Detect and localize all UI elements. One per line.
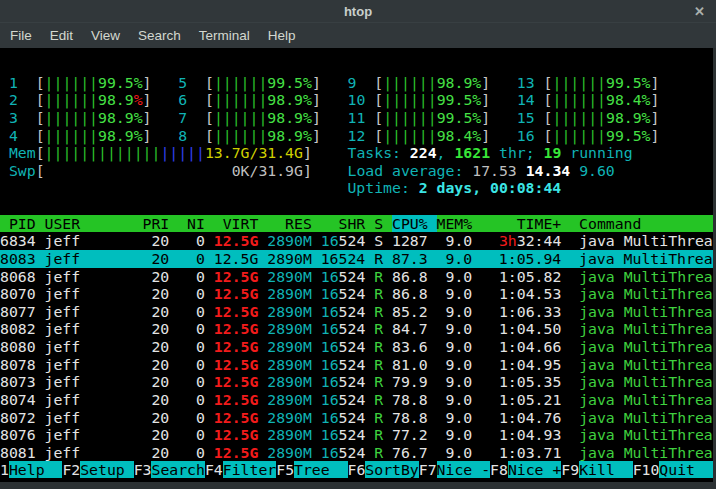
fkey-f7-key[interactable]: F7 [419,461,437,478]
fkey-f10-key[interactable]: F10 [633,461,660,478]
fkey-kill-button[interactable]: Kill [579,461,632,478]
process-row-8080[interactable]: 8080 jeff 20 0 12.5G 2890M 16524 R 83.6 … [0,338,716,356]
menu-item-file[interactable]: File [1,23,41,49]
text-run: R [374,426,383,443]
fkey-f5-key[interactable]: F5 [276,461,294,478]
process-row-8070[interactable]: 8070 jeff 20 0 12.5G 2890M 16524 R 86.8 … [0,285,716,303]
text-run: Uptime: [347,179,418,196]
text-run: Load average: [348,162,473,179]
fkey-help-button[interactable]: Help [9,461,62,478]
window-title: htop [344,4,372,19]
fkey-f2-key[interactable]: F2 [62,461,80,478]
text-run: ] [303,144,312,161]
text-run: 16 [321,320,339,337]
text-run: |||||| [45,74,98,91]
text-run: ||||||||||||| [45,144,161,161]
text-run: 15 [517,109,544,126]
window-titlebar[interactable]: htop ✕ [0,0,716,22]
fkey-f4-key[interactable]: F4 [205,461,223,478]
terminal-screen[interactable]: 1 [||||||99.5%] 5 [||||||99.5%] 9 [|||||… [0,48,716,489]
text-run: |||||| [383,127,436,144]
fkey-nice-plus-button[interactable]: Nice + [508,461,561,478]
fkey-filter-button[interactable]: Filter [223,461,276,478]
text-run: 12.5G [214,444,259,461]
text-run: 8076 jeff 20 0 [0,426,214,443]
process-row-8074[interactable]: 8074 jeff 20 0 12.5G 2890M 16524 R 78.8 … [0,391,716,409]
text-run [490,91,517,108]
text-run: 98.4% [606,91,651,108]
text-run: 6834 jeff 20 0 [0,232,214,249]
text-run [321,74,348,91]
fkey-f3-key[interactable]: F3 [134,461,152,478]
fkey-sortby-button[interactable]: SortBy [365,461,418,478]
text-run: 2890M [267,444,312,461]
text-run: 12.5G [214,391,259,408]
fkey-f6-key[interactable]: F6 [348,461,366,478]
sort-column-header[interactable]: CPU% [392,215,437,232]
process-row-8078[interactable]: 8078 jeff 20 0 12.5G 2890M 16524 R 81.0 … [0,356,716,374]
text-run: 79.9 9.0 1:05.35 [383,373,579,390]
menu-item-edit[interactable]: Edit [41,23,82,49]
text-run: 12.5G [214,426,259,443]
table-header-row[interactable]: PID USER PRI NI VIRT RES SHR S CPU% MEM%… [0,215,716,233]
function-key-bar[interactable]: 1Help F2Setup F3SearchF4FilterF5Tree F6S… [0,461,716,479]
text-run: 8072 jeff 20 0 [0,409,214,426]
process-row-6834[interactable]: 6834 jeff 20 0 12.5G 2890M 16524 S 1287 … [0,232,716,250]
menu-item-view[interactable]: View [82,23,129,49]
text-run: |||||| [214,109,267,126]
text-run: |||||| [45,127,98,144]
text-run: 8068 jeff 20 0 [0,268,214,285]
text-run [312,444,321,461]
text-run: 8074 jeff 20 0 [0,391,214,408]
process-row-8083-selected[interactable]: 8083 jeff 20 0 12.5G 2890M 16524 R 87.3 … [0,250,716,268]
menu-item-terminal[interactable]: Terminal [190,23,259,49]
text-run: 86.8 9.0 1:05.82 [383,268,579,285]
process-row-8073[interactable]: 8073 jeff 20 0 12.5G 2890M 16524 R 79.9 … [0,373,716,391]
process-row-8068[interactable]: 8068 jeff 20 0 12.5G 2890M 16524 R 86.8 … [0,268,716,286]
fkey-tree-button[interactable]: Tree [294,461,347,478]
text-run: 2890M [267,285,312,302]
text-run: 8077 jeff 20 0 [0,303,214,320]
process-row-8072[interactable]: 8072 jeff 20 0 12.5G 2890M 16524 R 78.8 … [0,409,716,427]
text-run: 8082 jeff 20 0 [0,320,214,337]
text-run: 524 [339,303,375,320]
text-run: 16 [321,391,339,408]
text-run: 16 [321,444,339,461]
text-run: 3 [9,109,36,126]
text-run: [ [36,91,45,108]
fkey-nice-minus-button[interactable]: Nice - [437,461,490,478]
process-row-8076[interactable]: 8076 jeff 20 0 12.5G 2890M 16524 R 77.2 … [0,426,716,444]
process-row-8077[interactable]: 8077 jeff 20 0 12.5G 2890M 16524 R 85.2 … [0,303,716,321]
text-run [258,303,267,320]
text-run: 84.7 9.0 1:04.50 [383,320,579,337]
fkey-quit-button[interactable]: Quit [659,461,712,478]
close-icon[interactable]: ✕ [694,0,705,22]
fkey-f1-key[interactable]: 1 [0,461,9,478]
text-run [258,444,267,461]
process-row-8082[interactable]: 8082 jeff 20 0 12.5G 2890M 16524 R 84.7 … [0,320,716,338]
text-run: % [134,91,143,108]
text-run: 5 [178,74,205,91]
fkey-f9-key[interactable]: F9 [561,461,579,478]
text-run [258,356,267,373]
text-run [152,127,179,144]
text-run [258,268,267,285]
text-run: 524 [339,373,375,390]
text-run [45,162,232,179]
text-run: 8073 jeff 20 0 [0,373,214,390]
text-run: ] [651,91,660,108]
fkey-f8-key[interactable]: F8 [490,461,508,478]
fkey-setup-button[interactable]: Setup [80,461,133,478]
text-run: ||||| [160,144,205,161]
text-run: 77.2 9.0 1:04.93 [383,426,579,443]
menu-item-help[interactable]: Help [259,23,305,49]
text-run: R [374,373,383,390]
text-run: ] [143,91,152,108]
process-row-8081[interactable]: 8081 jeff 20 0 12.5G 2890M 16524 R 76.7 … [0,444,716,462]
text-run: 2890M [267,373,312,390]
menu-item-search[interactable]: Search [129,23,190,49]
text-run: PID USER PRI NI VIRT RES SHR S [0,215,392,232]
text-run: ] [312,74,321,91]
fkey-search-button[interactable]: Search [151,461,204,478]
text-run: ] [143,74,152,91]
